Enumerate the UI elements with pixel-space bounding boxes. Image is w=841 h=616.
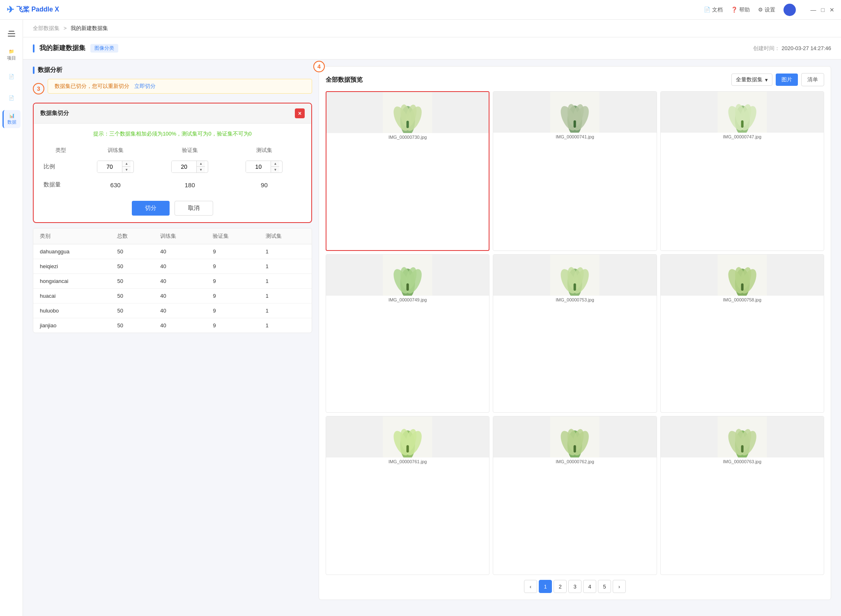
test-amount: 90: [261, 182, 268, 188]
image-grid: IMG_00000730.jpgIMG_00000741.jpgIMG_0000…: [326, 91, 824, 575]
image-card[interactable]: IMG_00000741.jpg: [493, 91, 657, 251]
project-icon: 📁: [9, 49, 14, 54]
image-card[interactable]: IMG_00000730.jpg: [326, 91, 489, 251]
settings-icon: ⚙: [758, 7, 763, 13]
table-cell-value: 9: [206, 244, 259, 259]
image-card[interactable]: IMG_00000761.jpg: [326, 416, 489, 575]
create-time: 2020-03-27 14:27:46: [781, 45, 831, 51]
image-filename: IMG_00000761.jpg: [326, 457, 489, 466]
sidebar-item-doc2[interactable]: 📄: [2, 89, 21, 107]
table-cell-value: 1: [259, 259, 312, 274]
sidebar-item-menu[interactable]: [2, 25, 21, 43]
image-card[interactable]: IMG_00000763.jpg: [660, 416, 824, 575]
logo-icon: ✈: [7, 5, 14, 15]
help-icon: ❓: [731, 7, 738, 13]
val-spin-down[interactable]: ▼: [197, 167, 205, 172]
table-cell-value: 1: [259, 289, 312, 303]
breadcrumb: 全部数据集 > 我的新建数据集: [23, 20, 841, 37]
list-view-button[interactable]: 清单: [801, 73, 824, 86]
train-spin-down[interactable]: ▼: [122, 167, 131, 172]
preview-header: 全部数据预览 全量数据集 ▾ 图片 清单: [326, 73, 824, 86]
doc-button[interactable]: 📄 文档: [704, 6, 723, 14]
val-spin-up[interactable]: ▲: [197, 161, 205, 167]
image-thumbnail: [661, 255, 824, 296]
table-row: huacai504091: [33, 289, 312, 303]
minimize-button[interactable]: —: [811, 7, 816, 13]
table-cell-value: 1: [259, 244, 312, 259]
page-button-1[interactable]: 1: [539, 580, 552, 593]
app-title: 飞桨 Paddle X: [16, 5, 59, 14]
avatar[interactable]: [784, 4, 796, 16]
train-spin-btns: ▲ ▼: [122, 161, 131, 172]
image-card[interactable]: IMG_00000747.jpg: [660, 91, 824, 251]
right-panel: 4 全部数据预览 全量数据集 ▾ 图片 清单 IMG_00000730.jpgI…: [319, 66, 831, 600]
section-header-data-analysis: 数据分析: [33, 66, 312, 74]
train-amount-cell: 630: [78, 177, 153, 193]
sidebar-item-doc1[interactable]: 📄: [2, 67, 21, 85]
image-card[interactable]: IMG_00000749.jpg: [326, 254, 489, 413]
split-button[interactable]: 切分: [132, 201, 170, 216]
dataset-select[interactable]: 全量数据集 ▾: [731, 74, 772, 86]
table-row: dahuanggua504091: [33, 244, 312, 259]
cancel-button[interactable]: 取消: [175, 201, 213, 216]
chevron-down-icon: ▾: [765, 77, 768, 83]
help-button[interactable]: ❓ 帮助: [731, 6, 750, 14]
image-card[interactable]: IMG_00000762.jpg: [493, 416, 657, 575]
table-cell-value: 50: [110, 274, 154, 289]
val-ratio-cell: ▲ ▼: [153, 156, 227, 177]
section-bar: [33, 67, 34, 74]
table-cell-value: 40: [154, 274, 206, 289]
table-row: heiqiezi504091: [33, 259, 312, 274]
data-icon: 📊: [9, 113, 15, 118]
val-amount-cell: 180: [153, 177, 227, 193]
next-page-button[interactable]: ›: [613, 580, 626, 593]
table-cell-value: 50: [110, 303, 154, 318]
table-cell-value: 1: [259, 274, 312, 289]
train-amount: 630: [110, 182, 121, 188]
val-ratio-input[interactable]: [172, 161, 196, 172]
row-amount-label: 数据量: [44, 177, 78, 193]
modal-body: 提示：三个数据集相加必须为100%，测试集可为0，验证集不可为0 类型 训练集 …: [34, 124, 311, 222]
page-button-5[interactable]: 5: [598, 580, 611, 593]
dataset-select-value: 全量数据集: [736, 76, 763, 83]
page-button-2[interactable]: 2: [554, 580, 567, 593]
preview-controls: 全量数据集 ▾ 图片 清单: [731, 73, 824, 86]
image-thumbnail: [661, 416, 824, 457]
prev-page-button[interactable]: ‹: [524, 580, 537, 593]
table-cell-name: huacai: [33, 289, 110, 303]
page-title-bar: [33, 44, 34, 53]
svg-rect-41: [741, 283, 743, 291]
settings-button[interactable]: ⚙ 设置: [758, 6, 775, 14]
table-cell-value: 40: [154, 289, 206, 303]
train-spin-up[interactable]: ▲: [122, 161, 131, 167]
table-cell-value: 40: [154, 259, 206, 274]
table-cell-value: 1: [259, 303, 312, 318]
image-thumbnail: [326, 255, 489, 296]
close-button[interactable]: ✕: [830, 7, 834, 13]
page-button-3[interactable]: 3: [568, 580, 581, 593]
sidebar-item-data[interactable]: 📊 数据: [2, 110, 21, 128]
image-view-button[interactable]: 图片: [776, 74, 798, 86]
breadcrumb-all[interactable]: 全部数据集: [33, 25, 60, 31]
ratio-row: 比例 ▲ ▼: [44, 156, 301, 177]
test-spin-up[interactable]: ▲: [271, 161, 279, 167]
modal-actions: 切分 取消: [44, 201, 301, 216]
image-card[interactable]: IMG_00000753.jpg: [493, 254, 657, 413]
breadcrumb-current: 我的新建数据集: [71, 25, 108, 31]
page-button-4[interactable]: 4: [583, 580, 596, 593]
image-thumbnail: [326, 92, 489, 133]
test-ratio-input[interactable]: [246, 161, 271, 172]
left-panel: 数据分析 3 数据集已切分，您可以重新切分 立即切分 数据集切分: [33, 66, 312, 600]
sidebar: 📁 项目 📄 📄 📊 数据: [0, 20, 23, 616]
test-spin-down[interactable]: ▼: [271, 167, 279, 172]
maximize-button[interactable]: □: [821, 7, 825, 13]
image-filename: IMG_00000741.jpg: [493, 133, 656, 141]
hamburger-icon: [4, 26, 19, 41]
image-card[interactable]: IMG_00000758.jpg: [660, 254, 824, 413]
sidebar-item-project[interactable]: 📁 项目: [2, 46, 21, 64]
modal-close-button[interactable]: ×: [295, 108, 305, 118]
svg-rect-6: [407, 121, 409, 128]
train-ratio-input[interactable]: [97, 161, 122, 172]
split-table: 类型 训练集 验证集 测试集 比例: [44, 144, 301, 193]
alert-link[interactable]: 立即切分: [134, 83, 156, 90]
